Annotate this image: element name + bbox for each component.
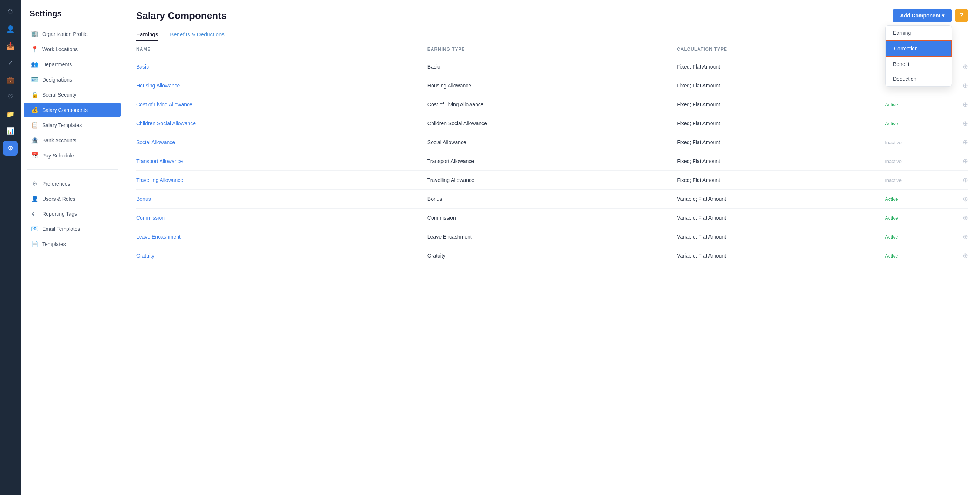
sidebar-item-social-security[interactable]: 🔒 Social Security [24, 88, 121, 102]
folder-nav-icon[interactable]: 📁 [3, 107, 18, 121]
row-action-icon[interactable]: ⊕ [943, 252, 968, 260]
row-name[interactable]: Leave Encashment [136, 227, 428, 246]
sidebar-item-work-locations-label: Work Locations [42, 46, 78, 52]
sidebar-item-users-roles[interactable]: 👤 Users & Roles [24, 192, 121, 206]
row-calculation-type: Variable; Flat Amount [677, 227, 885, 246]
designations-icon: 🪪 [31, 76, 38, 83]
chart-nav-icon[interactable]: 📊 [3, 124, 18, 139]
sidebar-item-preferences[interactable]: ⚙ Preferences [24, 176, 121, 191]
table-container: NAME EARNING TYPE CALCULATION TYPE Basic… [124, 42, 980, 495]
sidebar-item-bank-accounts[interactable]: 🏦 Bank Accounts [24, 133, 121, 147]
row-action[interactable]: ⊕ [943, 246, 968, 265]
bag-nav-icon[interactable]: 💼 [3, 73, 18, 88]
salary-templates-icon: 📋 [31, 121, 38, 129]
main-content: Salary Components Add Component ▾ ? Earn… [124, 0, 980, 495]
row-earning-type: Bonus [428, 190, 677, 209]
heart-nav-icon[interactable]: ♡ [3, 89, 18, 104]
sidebar-item-preferences-label: Preferences [42, 181, 70, 187]
dropdown-item-correction[interactable]: Correction [886, 40, 951, 57]
dropdown-item-deduction[interactable]: Deduction [886, 72, 951, 86]
row-action-icon[interactable]: ⊕ [943, 176, 968, 184]
row-status: Active [885, 114, 943, 133]
row-action-icon[interactable]: ⊕ [943, 119, 968, 128]
row-name[interactable]: Transport Allowance [136, 152, 428, 171]
row-action[interactable]: ⊕ [943, 190, 968, 209]
sidebar-item-pay-schedule[interactable]: 📅 Pay Schedule [24, 148, 121, 163]
departments-icon: 👥 [31, 61, 38, 68]
col-header-earning-type: EARNING TYPE [428, 42, 677, 57]
row-action[interactable]: ⊕ [943, 227, 968, 246]
row-earning-type: Cost of Living Allowance [428, 95, 677, 114]
check-nav-icon[interactable]: ✓ [3, 56, 18, 70]
sidebar-item-designations[interactable]: 🪪 Designations [24, 72, 121, 87]
sidebar-item-templates-label: Templates [42, 241, 66, 247]
sidebar-item-email-templates[interactable]: 📧 Email Templates [24, 222, 121, 236]
col-header-calculation-type: CALCULATION TYPE [677, 42, 885, 57]
row-name[interactable]: Travelling Allowance [136, 171, 428, 190]
sidebar-item-salary-templates[interactable]: 📋 Salary Templates [24, 118, 121, 132]
row-action[interactable]: ⊕ [943, 133, 968, 152]
tab-benefits-deductions[interactable]: Benefits & Deductions [170, 28, 224, 41]
row-action-icon[interactable]: ⊕ [943, 157, 968, 165]
add-component-button[interactable]: Add Component ▾ [892, 9, 952, 22]
tab-earnings[interactable]: Earnings [136, 28, 158, 41]
row-name[interactable]: Commission [136, 209, 428, 227]
row-name[interactable]: Basic [136, 57, 428, 76]
row-earning-type: Social Allowance [428, 133, 677, 152]
row-earning-type: Basic [428, 57, 677, 76]
header-actions: Add Component ▾ ? Earning Correction Ben… [892, 9, 968, 22]
row-name[interactable]: Gratuity [136, 246, 428, 265]
row-earning-type: Travelling Allowance [428, 171, 677, 190]
row-earning-type: Leave Encashment [428, 227, 677, 246]
row-action[interactable]: ⊕ [943, 95, 968, 114]
page-title: Salary Components [136, 10, 226, 21]
sidebar-item-salary-components[interactable]: 💰 Salary Components [24, 103, 121, 117]
row-name[interactable]: Cost of Living Allowance [136, 95, 428, 114]
sidebar-section-secondary: ⚙ Preferences 👤 Users & Roles 🏷 Reportin… [21, 174, 124, 254]
work-locations-icon: 📍 [31, 46, 38, 53]
sidebar-item-templates[interactable]: 📄 Templates [24, 237, 121, 251]
row-status: Inactive [885, 171, 943, 190]
sidebar-divider [27, 169, 118, 170]
row-calculation-type: Fixed; Flat Amount [677, 114, 885, 133]
clock-nav-icon[interactable]: ⏱ [3, 5, 18, 19]
row-action[interactable]: ⊕ [943, 209, 968, 227]
social-security-icon: 🔒 [31, 91, 38, 98]
row-action-icon[interactable]: ⊕ [943, 214, 968, 222]
sidebar-item-org-profile[interactable]: 🏢 Organization Profile [24, 27, 121, 41]
sidebar-item-reporting-tags[interactable]: 🏷 Reporting Tags [24, 207, 121, 221]
row-action-icon[interactable]: ⊕ [943, 195, 968, 203]
sidebar-item-org-profile-label: Organization Profile [42, 31, 88, 37]
person-nav-icon[interactable]: 👤 [3, 21, 18, 36]
help-button[interactable]: ? [955, 9, 968, 22]
sidebar-item-salary-components-label: Salary Components [42, 107, 88, 113]
row-earning-type: Transport Allowance [428, 152, 677, 171]
row-name[interactable]: Housing Allowance [136, 76, 428, 95]
row-name[interactable]: Bonus [136, 190, 428, 209]
row-status: Inactive [885, 152, 943, 171]
sidebar-item-departments[interactable]: 👥 Departments [24, 57, 121, 72]
dropdown-item-earning[interactable]: Earning [886, 26, 951, 40]
table-row: Travelling AllowanceTravelling Allowance… [136, 171, 968, 190]
sidebar-item-work-locations[interactable]: 📍 Work Locations [24, 42, 121, 56]
sidebar-item-pay-schedule-label: Pay Schedule [42, 153, 74, 158]
settings-nav-icon[interactable]: ⚙ [3, 141, 18, 156]
inbox-nav-icon[interactable]: 📥 [3, 38, 18, 53]
table-row: Leave EncashmentLeave EncashmentVariable… [136, 227, 968, 246]
table-row: Housing AllowanceHousing AllowanceFixed;… [136, 76, 968, 95]
row-action[interactable]: ⊕ [943, 152, 968, 171]
sidebar-item-reporting-tags-label: Reporting Tags [42, 211, 77, 217]
org-profile-icon: 🏢 [31, 30, 38, 37]
row-action[interactable]: ⊕ [943, 171, 968, 190]
row-action-icon[interactable]: ⊕ [943, 138, 968, 146]
row-calculation-type: Variable; Flat Amount [677, 209, 885, 227]
row-name[interactable]: Children Social Allowance [136, 114, 428, 133]
row-status: Active [885, 209, 943, 227]
row-action[interactable]: ⊕ [943, 114, 968, 133]
sidebar-item-departments-label: Departments [42, 62, 72, 67]
row-action-icon[interactable]: ⊕ [943, 101, 968, 109]
row-name[interactable]: Social Allowance [136, 133, 428, 152]
row-action-icon[interactable]: ⊕ [943, 233, 968, 241]
reporting-tags-icon: 🏷 [31, 211, 38, 217]
dropdown-item-benefit[interactable]: Benefit [886, 57, 951, 72]
